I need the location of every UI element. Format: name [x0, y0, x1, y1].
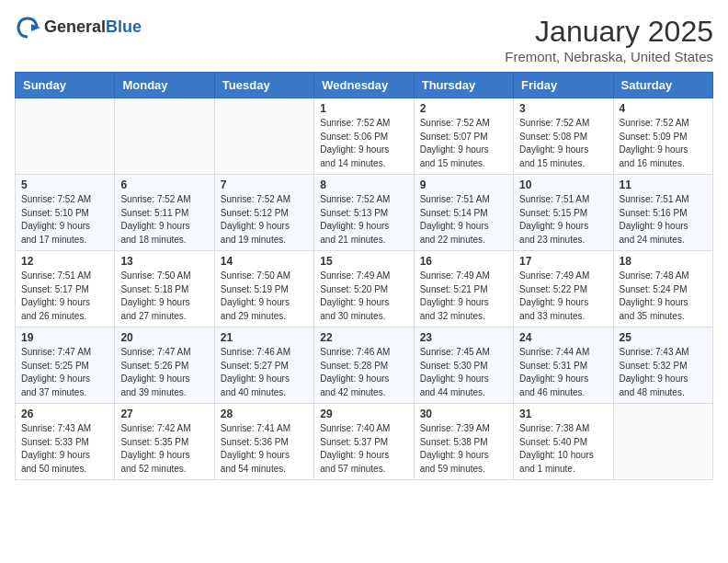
calendar-cell: 15Sunrise: 7:49 AM Sunset: 5:20 PM Dayli… — [314, 251, 414, 327]
day-number: 15 — [320, 255, 407, 268]
calendar-cell: 4Sunrise: 7:52 AM Sunset: 5:09 PM Daylig… — [613, 98, 712, 175]
day-info: Sunrise: 7:46 AM Sunset: 5:28 PM Dayligh… — [320, 346, 407, 399]
logo-text: GeneralBlue — [44, 18, 142, 37]
calendar-header-monday: Monday — [115, 73, 214, 98]
month-title: January 2025 — [505, 15, 713, 49]
calendar-cell: 20Sunrise: 7:47 AM Sunset: 5:26 PM Dayli… — [115, 327, 214, 404]
day-number: 26 — [21, 408, 108, 420]
day-info: Sunrise: 7:51 AM Sunset: 5:14 PM Dayligh… — [420, 193, 507, 247]
calendar-cell: 27Sunrise: 7:42 AM Sunset: 5:35 PM Dayli… — [115, 404, 214, 480]
day-number: 1 — [320, 102, 407, 115]
day-info: Sunrise: 7:49 AM Sunset: 5:20 PM Dayligh… — [320, 270, 407, 323]
calendar: SundayMondayTuesdayWednesdayThursdayFrid… — [15, 72, 713, 480]
calendar-week-row: 19Sunrise: 7:47 AM Sunset: 5:25 PM Dayli… — [16, 327, 713, 404]
calendar-week-row: 5Sunrise: 7:52 AM Sunset: 5:10 PM Daylig… — [16, 175, 713, 251]
day-number: 21 — [221, 331, 308, 344]
day-info: Sunrise: 7:52 AM Sunset: 5:08 PM Dayligh… — [519, 117, 607, 170]
day-info: Sunrise: 7:52 AM Sunset: 5:09 PM Dayligh… — [620, 117, 707, 170]
logo-blue: Blue — [106, 17, 142, 36]
day-number: 9 — [420, 178, 507, 191]
day-number: 16 — [420, 255, 507, 268]
calendar-header-wednesday: Wednesday — [314, 73, 414, 98]
logo-general: General — [44, 17, 106, 36]
calendar-week-row: 1Sunrise: 7:52 AM Sunset: 5:06 PM Daylig… — [16, 98, 713, 175]
day-info: Sunrise: 7:52 AM Sunset: 5:10 PM Dayligh… — [21, 193, 108, 247]
day-number: 2 — [420, 102, 507, 115]
calendar-header-sunday: Sunday — [16, 73, 115, 98]
calendar-cell: 26Sunrise: 7:43 AM Sunset: 5:33 PM Dayli… — [16, 404, 115, 480]
day-number: 5 — [21, 178, 108, 191]
day-info: Sunrise: 7:49 AM Sunset: 5:22 PM Dayligh… — [519, 270, 607, 323]
day-info: Sunrise: 7:47 AM Sunset: 5:25 PM Dayligh… — [21, 346, 108, 399]
day-info: Sunrise: 7:41 AM Sunset: 5:36 PM Dayligh… — [221, 422, 308, 476]
calendar-header-friday: Friday — [514, 73, 613, 98]
day-number: 4 — [620, 102, 707, 115]
calendar-cell: 3Sunrise: 7:52 AM Sunset: 5:08 PM Daylig… — [514, 98, 613, 175]
calendar-header-saturday: Saturday — [613, 73, 712, 98]
day-info: Sunrise: 7:50 AM Sunset: 5:19 PM Dayligh… — [221, 270, 308, 323]
day-info: Sunrise: 7:38 AM Sunset: 5:40 PM Dayligh… — [519, 422, 607, 476]
calendar-cell: 11Sunrise: 7:51 AM Sunset: 5:16 PM Dayli… — [613, 175, 712, 251]
calendar-cell: 7Sunrise: 7:52 AM Sunset: 5:12 PM Daylig… — [214, 175, 313, 251]
calendar-cell: 6Sunrise: 7:52 AM Sunset: 5:11 PM Daylig… — [115, 175, 214, 251]
calendar-cell: 22Sunrise: 7:46 AM Sunset: 5:28 PM Dayli… — [314, 327, 414, 404]
day-info: Sunrise: 7:52 AM Sunset: 5:13 PM Dayligh… — [320, 193, 407, 247]
day-info: Sunrise: 7:42 AM Sunset: 5:35 PM Dayligh… — [120, 422, 208, 476]
calendar-cell: 29Sunrise: 7:40 AM Sunset: 5:37 PM Dayli… — [314, 404, 414, 480]
calendar-cell: 31Sunrise: 7:38 AM Sunset: 5:40 PM Dayli… — [514, 404, 613, 480]
day-number: 10 — [519, 178, 607, 191]
day-info: Sunrise: 7:49 AM Sunset: 5:21 PM Dayligh… — [420, 270, 507, 323]
day-number: 24 — [519, 331, 607, 344]
day-number: 3 — [519, 102, 607, 115]
calendar-cell: 21Sunrise: 7:46 AM Sunset: 5:27 PM Dayli… — [214, 327, 313, 404]
day-info: Sunrise: 7:50 AM Sunset: 5:18 PM Dayligh… — [120, 270, 208, 323]
calendar-cell: 25Sunrise: 7:43 AM Sunset: 5:32 PM Dayli… — [613, 327, 712, 404]
day-info: Sunrise: 7:44 AM Sunset: 5:31 PM Dayligh… — [519, 346, 607, 399]
day-info: Sunrise: 7:48 AM Sunset: 5:24 PM Dayligh… — [620, 270, 707, 323]
calendar-header-thursday: Thursday — [414, 73, 513, 98]
day-number: 8 — [320, 178, 407, 191]
calendar-week-row: 12Sunrise: 7:51 AM Sunset: 5:17 PM Dayli… — [16, 251, 713, 327]
day-number: 23 — [420, 331, 507, 344]
day-number: 13 — [120, 255, 208, 268]
day-number: 29 — [320, 408, 407, 420]
day-number: 7 — [221, 178, 308, 191]
day-number: 18 — [620, 255, 707, 268]
logo-icon — [15, 15, 40, 40]
calendar-cell: 13Sunrise: 7:50 AM Sunset: 5:18 PM Dayli… — [115, 251, 214, 327]
day-info: Sunrise: 7:43 AM Sunset: 5:33 PM Dayligh… — [21, 422, 108, 476]
calendar-cell — [613, 404, 712, 480]
calendar-cell — [214, 98, 313, 175]
calendar-cell: 16Sunrise: 7:49 AM Sunset: 5:21 PM Dayli… — [414, 251, 513, 327]
day-info: Sunrise: 7:51 AM Sunset: 5:17 PM Dayligh… — [21, 270, 108, 323]
calendar-cell: 12Sunrise: 7:51 AM Sunset: 5:17 PM Dayli… — [16, 251, 115, 327]
day-info: Sunrise: 7:40 AM Sunset: 5:37 PM Dayligh… — [320, 422, 407, 476]
day-info: Sunrise: 7:52 AM Sunset: 5:12 PM Dayligh… — [221, 193, 308, 247]
day-info: Sunrise: 7:43 AM Sunset: 5:32 PM Dayligh… — [620, 346, 707, 399]
calendar-cell: 19Sunrise: 7:47 AM Sunset: 5:25 PM Dayli… — [16, 327, 115, 404]
calendar-cell: 2Sunrise: 7:52 AM Sunset: 5:07 PM Daylig… — [414, 98, 513, 175]
day-number: 17 — [519, 255, 607, 268]
day-number: 27 — [120, 408, 208, 420]
calendar-header-row: SundayMondayTuesdayWednesdayThursdayFrid… — [16, 73, 713, 98]
logo: GeneralBlue — [15, 15, 142, 40]
day-info: Sunrise: 7:47 AM Sunset: 5:26 PM Dayligh… — [120, 346, 208, 399]
calendar-week-row: 26Sunrise: 7:43 AM Sunset: 5:33 PM Dayli… — [16, 404, 713, 480]
day-info: Sunrise: 7:45 AM Sunset: 5:30 PM Dayligh… — [420, 346, 507, 399]
calendar-cell: 28Sunrise: 7:41 AM Sunset: 5:36 PM Dayli… — [214, 404, 313, 480]
day-info: Sunrise: 7:46 AM Sunset: 5:27 PM Dayligh… — [221, 346, 308, 399]
day-info: Sunrise: 7:52 AM Sunset: 5:07 PM Dayligh… — [420, 117, 507, 170]
calendar-cell — [16, 98, 115, 175]
calendar-cell: 8Sunrise: 7:52 AM Sunset: 5:13 PM Daylig… — [314, 175, 414, 251]
day-info: Sunrise: 7:52 AM Sunset: 5:11 PM Dayligh… — [120, 193, 208, 247]
calendar-cell: 9Sunrise: 7:51 AM Sunset: 5:14 PM Daylig… — [414, 175, 513, 251]
calendar-cell: 5Sunrise: 7:52 AM Sunset: 5:10 PM Daylig… — [16, 175, 115, 251]
calendar-cell — [115, 98, 214, 175]
header: GeneralBlue January 2025 Fremont, Nebras… — [15, 15, 713, 64]
day-number: 19 — [21, 331, 108, 344]
calendar-cell: 14Sunrise: 7:50 AM Sunset: 5:19 PM Dayli… — [214, 251, 313, 327]
day-number: 11 — [620, 178, 707, 191]
calendar-header-tuesday: Tuesday — [214, 73, 313, 98]
day-number: 28 — [221, 408, 308, 420]
title-area: January 2025 Fremont, Nebraska, United S… — [505, 15, 713, 64]
